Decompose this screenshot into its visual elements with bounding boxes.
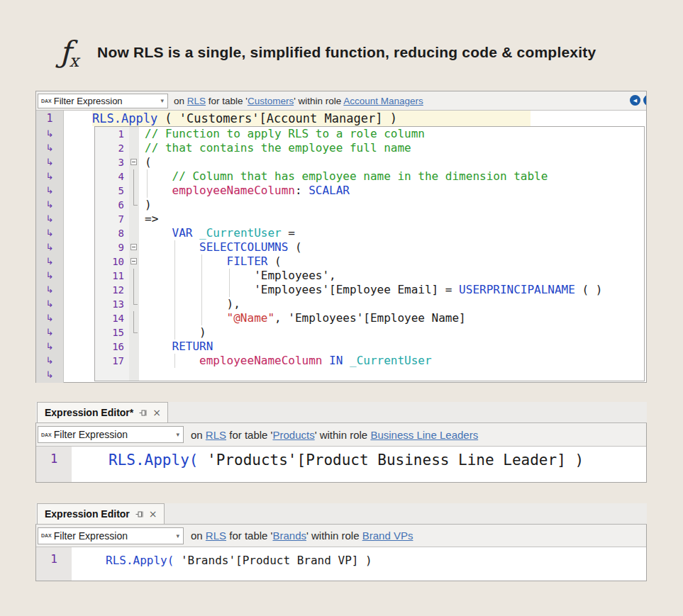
dax-badge: DAX (41, 432, 52, 437)
expression-context: on RLS for table 'Products' within role … (191, 429, 478, 441)
code-token (145, 226, 172, 240)
code-token: RETURN (172, 340, 213, 353)
tab-title: Expression Editor* (45, 407, 133, 418)
wrap-row: ↳ (36, 126, 63, 140)
fold-collapse-icon[interactable] (131, 244, 137, 250)
code-line[interactable]: employeeNameColumn: SCALAR (145, 184, 644, 198)
code-line[interactable]: ) (145, 325, 644, 340)
code-line[interactable]: "@Name", 'Employees'[Employee Name] (145, 311, 644, 325)
context-link[interactable]: RLS (206, 429, 226, 441)
context-link[interactable]: Brands (272, 530, 306, 542)
line-number-gutter: 1 (36, 547, 72, 581)
code-token: ), (145, 297, 240, 310)
indent-guide (174, 283, 175, 297)
close-icon[interactable]: × (149, 509, 157, 519)
fold-collapse-icon[interactable] (131, 258, 137, 264)
indent-guide (174, 269, 175, 283)
expression-type-dropdown[interactable]: DAX Filter Expression ▾ (38, 426, 184, 443)
code-token: SCALAR (309, 184, 350, 197)
expression-header-row: DAX Filter Expression ▾ on RLS for table… (36, 423, 646, 447)
wrap-row: ↳ (36, 197, 63, 211)
indent-guide (174, 325, 175, 340)
code-line[interactable]: RLS.Apply( 'Products'[Product Business L… (72, 447, 584, 482)
code-line[interactable]: 'Employees', (145, 269, 644, 283)
code-line[interactable]: ) (145, 198, 644, 212)
code-line[interactable]: employeeNameColumn IN _CurrentUser (145, 354, 644, 368)
code-line[interactable]: RETURN (145, 340, 644, 354)
wrap-indicator-icon: ↳ (46, 242, 54, 252)
code-line[interactable]: // Function to apply RLS to a role colum… (145, 127, 644, 141)
code-line[interactable]: => (145, 212, 644, 226)
fold-cell (129, 240, 139, 254)
code-line[interactable]: VAR _CurrentUser = (145, 226, 644, 240)
code-token: employeeNameColumn (172, 184, 295, 197)
fold-cell (129, 340, 139, 354)
code-line[interactable]: RLS.Apply( 'Brands'[Product Brand VP] ) (72, 547, 372, 581)
wrap-indicator-icon: ↳ (46, 171, 54, 181)
context-text: ' within role (294, 96, 343, 106)
dropdown-label: Filter Expression (54, 530, 174, 542)
code-line[interactable]: // that contains the employee full name (145, 141, 644, 155)
code-line[interactable]: ), (145, 297, 644, 311)
tab-expression-editor[interactable]: Expression Editor* × (37, 402, 168, 422)
code-token: IN (329, 354, 343, 367)
context-link[interactable]: Business Line Leaders (370, 429, 478, 441)
code-token (343, 354, 350, 367)
expression-type-dropdown[interactable]: DAX Filter Expression ▾ (38, 527, 184, 544)
code-line[interactable]: ( (145, 155, 644, 169)
code-token: ( (145, 155, 152, 169)
context-text: for table ' (226, 530, 272, 542)
code-token: // Function to apply RLS to a role colum… (145, 127, 425, 140)
code-line[interactable]: 'Employees'[Employee Email] = USERPRINCI… (145, 283, 644, 297)
line-number: 7 (95, 212, 124, 226)
outer-code-line[interactable]: RLS.Apply ( 'Customers'[Account Manager]… (64, 111, 646, 126)
wrap-row: ↳ (36, 367, 63, 381)
wrap-row: ↳ (36, 211, 63, 225)
page-header: ƒx Now RLS is a single, simplified funct… (35, 27, 647, 78)
code-token (145, 354, 199, 367)
wrap-row: ↳ (36, 325, 63, 339)
code-row: 1 RLS.Apply( 'Products'[Product Business… (36, 447, 646, 482)
line-number: 9 (95, 240, 124, 254)
line-number: 4 (95, 169, 124, 184)
code-token: RLS.Apply( (106, 554, 174, 567)
context-link[interactable]: Account Managers (343, 96, 423, 106)
code-token: 'Employees', (145, 269, 336, 282)
wrap-row: ↳ (36, 310, 63, 325)
code-token: USERPRINCIPALNAME (459, 283, 575, 296)
close-icon[interactable]: × (152, 408, 161, 418)
pin-icon[interactable] (135, 510, 143, 518)
code-token: 'Products'[Product Business Line Leader]… (198, 452, 584, 469)
line-number: 3 (95, 155, 124, 169)
code-line-empty[interactable] (145, 368, 644, 382)
line-number: 1 (95, 127, 124, 141)
code-token: 'Employees'[Employee Email] = (145, 283, 459, 296)
indent-guide (174, 254, 175, 269)
fold-margin (129, 127, 139, 381)
code-line[interactable]: // Column that has employee name in the … (145, 169, 644, 184)
context-link[interactable]: Customers (248, 96, 294, 106)
code-token (322, 354, 329, 367)
tab-expression-editor[interactable]: Expression Editor × (37, 503, 165, 524)
pin-icon[interactable] (139, 409, 147, 417)
fold-collapse-icon[interactable] (131, 159, 137, 165)
line-number: 11 (95, 269, 124, 283)
inner-code-area[interactable]: // Function to apply RLS to a role colum… (139, 127, 644, 381)
context-link[interactable]: RLS (206, 530, 226, 542)
code-line[interactable]: SELECTCOLUMNS ( (145, 240, 644, 254)
line-number: 17 (95, 354, 124, 368)
wrap-indicator-icon: ↳ (46, 270, 54, 281)
clipped-nav-icon (643, 95, 646, 106)
expression-type-dropdown[interactable]: DAX Filter Expression ▾ (38, 94, 168, 108)
code-line[interactable]: FILTER ( (145, 254, 644, 269)
context-link[interactable]: Products (272, 429, 314, 441)
code-token (145, 240, 199, 254)
context-link[interactable]: RLS (187, 96, 206, 106)
code-token: => (145, 212, 158, 225)
back-button[interactable]: ◀ (630, 95, 640, 106)
wrap-indicator-icon: ↳ (46, 199, 54, 210)
outer-code-area[interactable]: RLS.Apply ( 'Customers'[Account Manager]… (64, 111, 646, 383)
indent-guide (201, 269, 202, 283)
context-link[interactable]: Brand VPs (362, 530, 413, 542)
wrap-indicator-icon: ↳ (46, 298, 54, 309)
